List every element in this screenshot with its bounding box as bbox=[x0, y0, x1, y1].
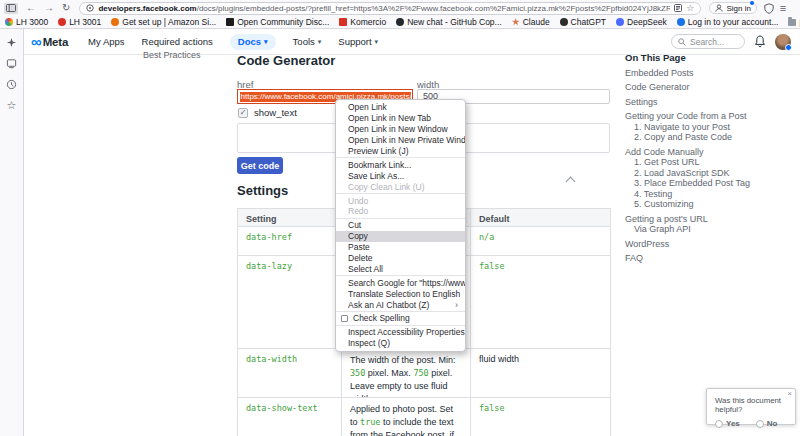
collapse-section-chevron-icon[interactable] bbox=[566, 177, 576, 187]
toc-link[interactable]: Settings bbox=[625, 98, 790, 107]
url-bar[interactable]: developers.facebook.com/docs/plugins/emb… bbox=[79, 2, 701, 15]
toc-link[interactable]: 2. Load JavaScript SDK bbox=[625, 169, 790, 178]
menu-item-select-all[interactable]: Select All bbox=[336, 263, 465, 274]
toc-title: On This Page bbox=[625, 52, 790, 63]
bookmarks-bar: » LH 3000LH 3001Get set up | Amazon Si..… bbox=[0, 16, 800, 29]
menu-item-copy-clean-link-u[interactable]: Copy Clean Link (U) bbox=[336, 181, 465, 192]
bookmark-item[interactable]: poppins bbox=[788, 17, 800, 27]
no-radio[interactable] bbox=[756, 420, 764, 428]
toc-link[interactable]: Getting a post's URL bbox=[625, 215, 790, 224]
menu-item-open-link-in-new-window[interactable]: Open Link in New Window bbox=[336, 124, 465, 135]
nav-item-my-apps[interactable]: My Apps bbox=[88, 36, 124, 47]
get-code-button[interactable]: Get code bbox=[237, 157, 283, 174]
notifications-bell-icon[interactable] bbox=[754, 35, 766, 48]
menu-item-open-link[interactable]: Open Link bbox=[336, 102, 465, 113]
menu-item-preview-link-j[interactable]: Preview Link (J) bbox=[336, 146, 465, 157]
menu-item-copy[interactable]: Copy bbox=[336, 231, 465, 242]
menu-item-redo[interactable]: Redo bbox=[336, 206, 465, 217]
menu-item-check-spelling[interactable]: Check Spelling bbox=[336, 313, 465, 324]
url-path: /docs/plugins/embedded-posts/?prefill_hr… bbox=[197, 4, 671, 13]
toc-link[interactable]: Getting your Code from a Post bbox=[625, 112, 790, 121]
back-button[interactable]: ← bbox=[26, 3, 36, 13]
nav-item-support[interactable]: Support▾ bbox=[338, 36, 378, 47]
ai-chatbot-icon[interactable] bbox=[6, 37, 17, 48]
bookmark-item[interactable]: DeepSeek bbox=[616, 17, 667, 27]
toc-link[interactable]: Via Graph API bbox=[625, 225, 790, 234]
toc-link[interactable]: FAQ bbox=[625, 254, 790, 263]
menu-item-label: Inspect (Q) bbox=[348, 338, 390, 348]
setting-cell: data-href bbox=[238, 227, 342, 256]
bookmark-item[interactable]: New chat - GitHub Cop... bbox=[396, 17, 501, 27]
feedback-options: Yes No bbox=[715, 419, 789, 428]
bookmark-star-icon[interactable]: ☆ bbox=[686, 4, 694, 13]
toc-link[interactable]: Add Code Manually bbox=[625, 148, 790, 157]
bookmark-item[interactable]: Komercio bbox=[339, 17, 386, 27]
site-info-icon[interactable] bbox=[86, 4, 94, 12]
avatar-facebook-badge bbox=[785, 44, 792, 51]
forward-button[interactable]: → bbox=[44, 3, 54, 13]
feedback-no-option[interactable]: No bbox=[756, 419, 778, 428]
menu-item-undo[interactable]: Undo bbox=[336, 195, 465, 206]
menu-item-bookmark-link[interactable]: Bookmark Link... bbox=[336, 159, 465, 170]
bookmark-item[interactable]: LH 3001 bbox=[58, 17, 101, 27]
menu-item-paste[interactable]: Paste bbox=[336, 242, 465, 253]
bookmark-item[interactable]: Open Community Disc... bbox=[226, 17, 329, 27]
menu-item-label: Open Link in New Private Window bbox=[348, 135, 465, 145]
bookmark-item[interactable]: Get set up | Amazon Si... bbox=[111, 17, 216, 27]
toc-link[interactable]: 5. Customizing bbox=[625, 200, 790, 209]
settings-title: Settings bbox=[237, 183, 288, 198]
app-menu-button[interactable]: ≡ bbox=[780, 3, 786, 13]
menu-item-inspect-accessibility-properties[interactable]: Inspect Accessibility Properties bbox=[336, 327, 465, 338]
menu-item-label: Copy bbox=[348, 231, 368, 241]
user-avatar[interactable] bbox=[775, 34, 791, 50]
reload-button[interactable]: ↻ bbox=[62, 3, 70, 13]
square-favicon bbox=[226, 18, 234, 26]
menu-item-search-google-for-https-www-fac[interactable]: Search Google for "https://www.fac..." bbox=[336, 277, 465, 288]
submenu-arrow-icon: › bbox=[455, 300, 458, 310]
toc-link[interactable]: 4. Testing bbox=[625, 190, 790, 199]
toc-link[interactable]: 1. Navigate to your Post bbox=[625, 123, 790, 132]
nav-item-tools[interactable]: Tools▾ bbox=[293, 36, 322, 47]
history-icon[interactable] bbox=[6, 79, 17, 90]
sign-in-button[interactable]: Sign in bbox=[709, 2, 756, 14]
bookmark-item[interactable]: Claude bbox=[512, 17, 550, 27]
toc-link[interactable]: 2. Copy and Paste Code bbox=[625, 133, 790, 142]
nav-item-label: Required actions bbox=[142, 36, 213, 47]
menu-item-open-link-in-new-tab[interactable]: Open Link in New Tab bbox=[336, 113, 465, 124]
toc-link[interactable]: 1. Get Post URL bbox=[625, 158, 790, 167]
bookmark-item[interactable]: Log in to your account... bbox=[677, 17, 779, 27]
menu-item-save-link-as[interactable]: Save Link As... bbox=[336, 170, 465, 181]
search-input[interactable]: Search... bbox=[671, 34, 745, 49]
sidebar-toggle-button[interactable] bbox=[4, 3, 18, 14]
docs-nav-item-best-practices[interactable]: Best Practices bbox=[143, 50, 201, 60]
bookmark-item[interactable]: LH 3000 bbox=[5, 17, 48, 27]
feedback-yes-option[interactable]: Yes bbox=[715, 419, 740, 428]
nav-item-required-actions[interactable]: Required actions bbox=[142, 36, 213, 47]
menu-item-translate-selection-to-english[interactable]: Translate Selection to English bbox=[336, 288, 465, 299]
close-icon[interactable]: × bbox=[787, 389, 792, 398]
toc-link[interactable]: Code Generator bbox=[625, 83, 790, 92]
menu-item-delete[interactable]: Delete bbox=[336, 253, 465, 264]
shield-icon[interactable] bbox=[764, 3, 774, 14]
toc-link[interactable]: Embedded Posts bbox=[625, 69, 790, 78]
menu-item-ask-an-ai-chatbot-z[interactable]: Ask an AI Chatbot (Z)› bbox=[336, 299, 465, 310]
meta-logo[interactable]: ∞ Meta bbox=[31, 36, 68, 48]
reader-mode-icon[interactable] bbox=[674, 4, 682, 12]
yes-radio[interactable] bbox=[715, 420, 723, 428]
synced-tabs-icon[interactable] bbox=[6, 58, 17, 69]
bookmark-item[interactable]: ChatGPT bbox=[560, 17, 606, 27]
context-menu: Open LinkOpen Link in New TabOpen Link i… bbox=[335, 99, 466, 352]
menu-item-inspect-q[interactable]: Inspect (Q) bbox=[336, 338, 465, 349]
dot-favicon bbox=[677, 18, 685, 26]
menu-item-cut[interactable]: Cut bbox=[336, 220, 465, 231]
toc-link[interactable]: 3. Place Embedded Post Tag bbox=[625, 179, 790, 188]
nav-item-docs[interactable]: Docs▾ bbox=[230, 34, 276, 50]
menu-item-label: Bookmark Link... bbox=[348, 160, 411, 170]
menu-item-open-link-in-new-private-window[interactable]: Open Link in New Private Window bbox=[336, 135, 465, 146]
menu-item-label: Inspect Accessibility Properties bbox=[348, 327, 465, 337]
toc-link[interactable]: WordPress bbox=[625, 240, 790, 249]
bookmark-label: LH 3001 bbox=[69, 17, 101, 27]
show-text-checkbox[interactable]: ✓ bbox=[238, 108, 248, 118]
bookmark-label: Log in to your account... bbox=[688, 17, 779, 27]
bookmarks-sidebar-icon[interactable]: ☆ bbox=[7, 100, 17, 111]
